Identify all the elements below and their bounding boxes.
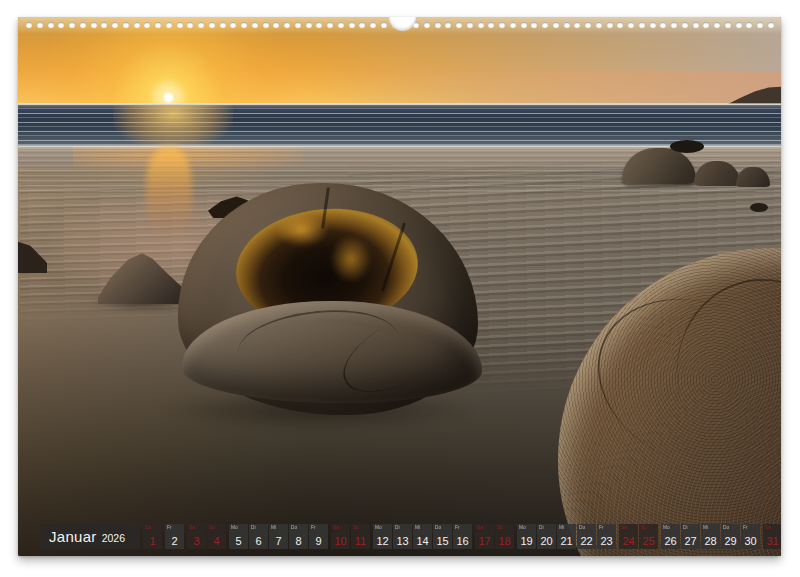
binding-hole	[134, 22, 140, 28]
binding-hole	[768, 22, 774, 28]
binding-hole	[725, 22, 731, 28]
day-number: 22	[577, 536, 596, 547]
calendar-day-25: So25	[639, 524, 658, 549]
weekday-label: Sa	[621, 525, 627, 530]
binding-hole	[499, 22, 505, 28]
binding-hole	[736, 22, 742, 28]
binding-hole	[445, 22, 451, 28]
weekday-label: Fr	[743, 525, 748, 530]
calendar-day-14: Mi14	[413, 524, 432, 549]
amber-glow-patch	[330, 235, 372, 283]
binding-hole	[338, 22, 344, 28]
binding-hole	[596, 22, 602, 28]
binding-hole	[252, 22, 258, 28]
binding-hole	[456, 22, 462, 28]
waterline-rock	[670, 140, 704, 153]
calendar-day-24: Sa24	[619, 524, 638, 549]
binding-hole	[424, 22, 430, 28]
binding-hole	[209, 22, 215, 28]
weekday-label: Sa	[333, 525, 339, 530]
day-number: 10	[331, 536, 350, 547]
calendar-day-8: Do8	[289, 524, 308, 549]
weekday-label: Sa	[765, 525, 771, 530]
binding-hole	[306, 22, 312, 28]
binding-hole	[585, 22, 591, 28]
binding-hole	[617, 22, 623, 28]
day-number: 20	[537, 536, 556, 547]
day-number: 14	[413, 536, 432, 547]
binding-hole	[682, 22, 688, 28]
calendar-day-18: So18	[495, 524, 514, 549]
weekday-label: Mi	[271, 525, 276, 530]
calendar-day-1: Do1	[143, 524, 162, 549]
day-number: 11	[351, 536, 370, 547]
weekday-label: Do	[435, 525, 441, 530]
day-number: 7	[269, 536, 288, 547]
day-number: 29	[721, 536, 740, 547]
binding-hole	[553, 22, 559, 28]
binding-hole	[574, 22, 580, 28]
binding-hole	[607, 22, 613, 28]
tiny-rock	[750, 203, 768, 212]
calendar-day-11: So11	[351, 524, 370, 549]
day-number: 28	[701, 536, 720, 547]
weekday-label: Di	[683, 525, 688, 530]
binding-hole	[381, 22, 387, 28]
binding-hole	[48, 22, 54, 28]
day-number: 27	[681, 536, 700, 547]
month-label: Januar	[49, 528, 97, 545]
binding-hole	[26, 22, 32, 28]
weekday-label: Do	[145, 525, 151, 530]
binding-hole	[166, 22, 172, 28]
weekday-label: Mo	[663, 525, 670, 530]
calendar-day-13: Di13	[393, 524, 412, 549]
binding-hole	[144, 22, 150, 28]
day-number: 2	[165, 536, 184, 547]
weekday-label: Sa	[189, 525, 195, 530]
binding-hole	[177, 22, 183, 28]
calendar-day-29: Do29	[721, 524, 740, 549]
day-number: 25	[639, 536, 658, 547]
binding-hole	[359, 22, 365, 28]
calendar-day-10: Sa10	[331, 524, 350, 549]
binding-hole	[112, 22, 118, 28]
weekday-label: So	[641, 525, 647, 530]
calendar-day-27: Di27	[681, 524, 700, 549]
day-number: 12	[373, 536, 392, 547]
amber-glow-patch	[274, 213, 329, 247]
calendar-day-23: Fr23	[597, 524, 616, 549]
day-number: 15	[433, 536, 452, 547]
binding-hole	[58, 22, 64, 28]
weekday-label: Do	[723, 525, 729, 530]
day-cells-row: Do1Fr2Sa3So4Mo5Di6Mi7Do8Fr9Sa10So11Mo12D…	[143, 524, 781, 549]
binding-hole	[155, 22, 161, 28]
year-label: 2026	[102, 532, 125, 544]
binding-hole	[198, 22, 204, 28]
weekday-label: So	[353, 525, 359, 530]
day-number: 3	[187, 536, 206, 547]
binding-hole	[263, 22, 269, 28]
day-number: 5	[229, 536, 248, 547]
binding-hole	[531, 22, 537, 28]
weekday-label: Mo	[519, 525, 526, 530]
calendar-day-22: Do22	[577, 524, 596, 549]
binding-hole	[295, 22, 301, 28]
calendar-day-5: Mo5	[229, 524, 248, 549]
binding-hole	[370, 22, 376, 28]
binding-hole	[703, 22, 709, 28]
binding-hole	[101, 22, 107, 28]
weekday-label: Do	[579, 525, 585, 530]
weekday-label: Fr	[455, 525, 460, 530]
weekday-label: Mi	[415, 525, 420, 530]
binding-hole	[187, 22, 193, 28]
calendar-day-2: Fr2	[165, 524, 184, 549]
weekday-label: Mi	[559, 525, 564, 530]
day-number: 26	[661, 536, 680, 547]
weekday-label: Fr	[599, 525, 604, 530]
calendar-day-28: Mi28	[701, 524, 720, 549]
weekday-label: Sa	[477, 525, 483, 530]
calendar-day-30: Fr30	[741, 524, 760, 549]
day-number: 6	[249, 536, 268, 547]
binding-hole	[91, 22, 97, 28]
binding-hole	[467, 22, 473, 28]
